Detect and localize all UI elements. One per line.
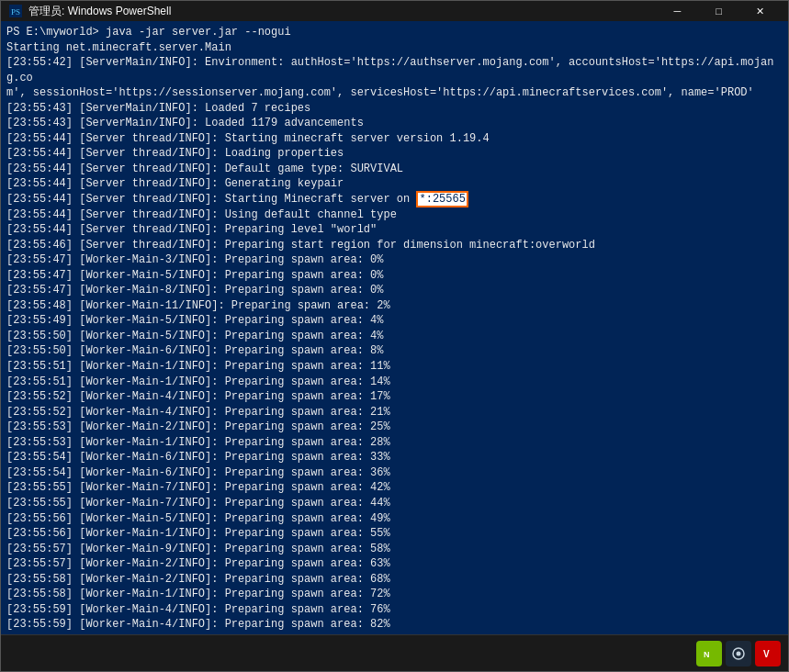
terminal-line: [23:55:48] [Worker-Main-11/INFO]: Prepar…	[6, 298, 783, 314]
terminal-line: [23:55:58] [Worker-Main-2/INFO]: Prepari…	[6, 572, 783, 588]
minimize-button[interactable]: ─	[657, 1, 698, 21]
terminal-line: [23:55:59] [Worker-Main-4/INFO]: Prepari…	[6, 617, 783, 633]
terminal-line: [23:55:42] [ServerMain/INFO]: Environmen…	[6, 55, 783, 85]
terminal-line: [23:55:50] [Worker-Main-5/INFO]: Prepari…	[6, 329, 783, 344]
terminal-line: [23:55:44] [Server thread/INFO]: Loading…	[6, 146, 783, 162]
nvidia-icon[interactable]: N	[696, 641, 722, 666]
terminal-line: [23:55:46] [Server thread/INFO]: Prepari…	[6, 238, 783, 253]
terminal-line: [23:55:52] [Worker-Main-4/INFO]: Prepari…	[6, 405, 783, 420]
terminal-line: [23:55:56] [Worker-Main-5/INFO]: Prepari…	[6, 511, 783, 527]
terminal-line: [23:55:58] [Worker-Main-1/INFO]: Prepari…	[6, 587, 783, 602]
terminal-line: [23:55:54] [Worker-Main-6/INFO]: Prepari…	[6, 465, 783, 481]
svg-point-6	[737, 651, 741, 655]
terminal-line: Starting net.minecraft.server.Main	[6, 40, 783, 56]
port-highlight: *:25565	[416, 191, 468, 207]
terminal-line: [23:55:52] [Worker-Main-4/INFO]: Prepari…	[6, 389, 783, 405]
terminal-line: [23:55:47] [Worker-Main-3/INFO]: Prepari…	[6, 252, 783, 268]
terminal-line: [23:55:43] [ServerMain/INFO]: Loaded 7 r…	[6, 101, 783, 117]
taskbar: N V	[1, 634, 788, 671]
system-tray: N V	[696, 641, 781, 666]
terminal-line: [23:55:49] [Worker-Main-5/INFO]: Prepari…	[6, 313, 783, 329]
terminal-line: [23:55:59] [Worker-Main-4/INFO]: Prepari…	[6, 602, 783, 618]
close-button[interactable]: ✕	[739, 1, 781, 21]
window-controls: ─ □ ✕	[657, 1, 781, 21]
terminal-line: [23:55:51] [Worker-Main-1/INFO]: Prepari…	[6, 359, 783, 375]
terminal-line: [23:55:57] [Worker-Main-2/INFO]: Prepari…	[6, 556, 783, 572]
svg-text:N: N	[704, 650, 710, 659]
terminal-line: [23:55:44] [Server thread/INFO]: Startin…	[6, 131, 783, 147]
terminal-line: [23:55:44] [Server thread/INFO]: Prepari…	[6, 222, 783, 238]
terminal-line: [23:55:51] [Worker-Main-1/INFO]: Prepari…	[6, 375, 783, 390]
terminal-line: [23:55:53] [Worker-Main-1/INFO]: Prepari…	[6, 435, 783, 451]
powershell-icon: PS	[8, 4, 23, 18]
terminal-line: [23:55:47] [Worker-Main-5/INFO]: Prepari…	[6, 268, 783, 284]
svg-text:PS: PS	[11, 7, 20, 17]
terminal-line: [23:55:55] [Worker-Main-7/INFO]: Prepari…	[6, 480, 783, 496]
terminal-line: [23:55:56] [Worker-Main-1/INFO]: Prepari…	[6, 526, 783, 542]
powershell-window: PS 管理员: Windows PowerShell ─ □ ✕ PS E:\m…	[0, 0, 789, 672]
terminal-line: m', sessionHost='https://sessionserver.m…	[6, 85, 783, 101]
terminal-line: [23:55:44] [Server thread/INFO]: Using d…	[6, 207, 783, 223]
terminal-output: PS E:\myworld> java -jar server.jar --no…	[1, 21, 788, 634]
terminal-line: [23:55:44] [Server thread/INFO]: Default…	[6, 162, 783, 177]
prompt-line: PS E:\myworld> java -jar server.jar --no…	[6, 25, 783, 40]
maximize-button[interactable]: □	[698, 1, 739, 21]
terminal-lines: Starting net.minecraft.server.Main[23:55…	[6, 40, 783, 634]
terminal-line: [23:55:55] [Worker-Main-7/INFO]: Prepari…	[6, 496, 783, 511]
antivirus-icon[interactable]: V	[755, 641, 781, 666]
svg-text:V: V	[763, 649, 770, 659]
steam-icon[interactable]	[726, 641, 751, 666]
terminal-line: [23:55:50] [Worker-Main-6/INFO]: Prepari…	[6, 343, 783, 359]
terminal-line: [23:55:53] [Worker-Main-2/INFO]: Prepari…	[6, 420, 783, 435]
terminal-line: [23:55:54] [Worker-Main-6/INFO]: Prepari…	[6, 450, 783, 465]
terminal-line: [23:55:43] [ServerMain/INFO]: Loaded 117…	[6, 116, 783, 131]
terminal-line: [23:55:47] [Worker-Main-8/INFO]: Prepari…	[6, 283, 783, 298]
titlebar: PS 管理员: Windows PowerShell ─ □ ✕	[1, 1, 788, 21]
terminal-line: [23:55:44] [Server thread/INFO]: Startin…	[6, 192, 783, 207]
terminal-line: [23:55:44] [Server thread/INFO]: Generat…	[6, 176, 783, 192]
terminal-line: [23:55:57] [Worker-Main-9/INFO]: Prepari…	[6, 542, 783, 557]
window-title: 管理员: Windows PowerShell	[28, 4, 657, 19]
